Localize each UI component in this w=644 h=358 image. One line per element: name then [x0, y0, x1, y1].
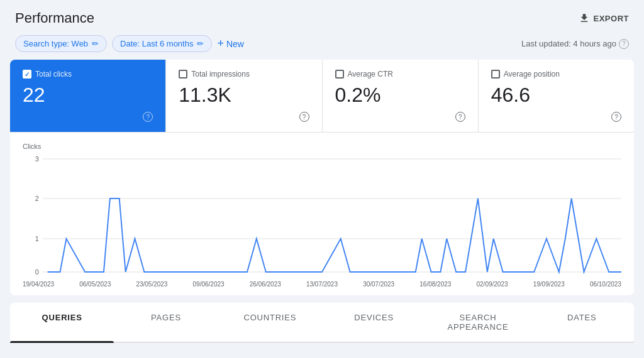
- average-position-metric[interactable]: Average position 46.6 ?: [479, 60, 634, 132]
- page-title: Performance: [15, 10, 94, 26]
- plus-icon: +: [217, 37, 224, 50]
- bottom-tabs-card: QUERIES PAGES COUNTRIES DEVICES SEARCH A…: [10, 303, 634, 343]
- tab-countries[interactable]: COUNTRIES: [218, 303, 322, 342]
- x-label-1: 06/05/2023: [79, 281, 111, 288]
- total-impressions-label: Total impressions: [191, 70, 250, 79]
- x-label-10: 06/10/2023: [590, 281, 621, 288]
- average-position-label: Average position: [504, 70, 560, 79]
- chart-y-label: Clicks: [23, 143, 621, 150]
- svg-text:3: 3: [35, 155, 39, 163]
- svg-text:2: 2: [35, 195, 39, 202]
- edit-icon: ✏: [92, 39, 99, 48]
- average-ctr-metric[interactable]: Average CTR 0.2% ?: [323, 60, 479, 132]
- performance-chart: 3 2 1 0: [23, 153, 621, 278]
- chart-area: Clicks 3 2 1 0 19/04/2023 06/05/202: [10, 133, 634, 295]
- tab-pages[interactable]: PAGES: [114, 303, 218, 342]
- average-ctr-help[interactable]: ?: [455, 112, 465, 122]
- chart-container: 3 2 1 0: [23, 153, 621, 278]
- average-ctr-checkbox[interactable]: [335, 70, 344, 79]
- total-clicks-checkbox[interactable]: [23, 70, 31, 79]
- x-axis-labels: 19/04/2023 06/05/2023 23/05/2023 09/06/2…: [23, 281, 621, 288]
- total-clicks-help[interactable]: ?: [143, 112, 153, 122]
- average-position-help[interactable]: ?: [611, 112, 621, 122]
- total-impressions-value: 11.3K: [179, 84, 309, 107]
- date-filter[interactable]: Date: Last 6 months ✏: [112, 35, 212, 52]
- info-icon: ?: [619, 39, 629, 49]
- filter-bar: Search type: Web ✏ Date: Last 6 months ✏…: [15, 35, 244, 52]
- metrics-row: Total clicks 22 ? Total impressions 11.3…: [10, 60, 634, 133]
- export-button[interactable]: EXPORT: [579, 13, 629, 24]
- x-label-2: 23/05/2023: [136, 281, 167, 288]
- x-label-4: 26/06/2023: [250, 281, 281, 288]
- x-label-9: 19/09/2023: [533, 281, 565, 288]
- download-icon: [579, 13, 590, 24]
- total-clicks-metric[interactable]: Total clicks 22 ?: [10, 60, 166, 132]
- last-updated-label: Last updated: 4 hours ago ?: [521, 39, 629, 49]
- average-position-checkbox[interactable]: [491, 70, 500, 79]
- main-performance-card: Total clicks 22 ? Total impressions 11.3…: [10, 60, 634, 295]
- average-ctr-value: 0.2%: [335, 84, 465, 107]
- x-label-5: 13/07/2023: [306, 281, 338, 288]
- tab-devices[interactable]: DEVICES: [322, 303, 426, 342]
- total-impressions-checkbox[interactable]: [179, 70, 187, 79]
- x-label-6: 30/07/2023: [363, 281, 394, 288]
- total-clicks-label: Total clicks: [35, 70, 72, 79]
- edit-icon-date: ✏: [197, 39, 204, 48]
- total-impressions-metric[interactable]: Total impressions 11.3K ?: [166, 60, 322, 132]
- x-label-7: 16/08/2023: [419, 281, 451, 288]
- tabs-row: QUERIES PAGES COUNTRIES DEVICES SEARCH A…: [10, 303, 634, 343]
- total-clicks-value: 22: [23, 84, 153, 107]
- total-impressions-help[interactable]: ?: [299, 112, 309, 122]
- average-position-value: 46.6: [491, 84, 621, 107]
- new-filter-button[interactable]: + New: [217, 37, 244, 50]
- x-label-0: 19/04/2023: [23, 281, 54, 288]
- x-label-3: 09/06/2023: [193, 281, 225, 288]
- svg-text:0: 0: [35, 268, 39, 276]
- average-ctr-label: Average CTR: [348, 70, 393, 79]
- svg-text:1: 1: [35, 235, 39, 242]
- tab-dates[interactable]: DATES: [530, 303, 634, 342]
- search-type-filter[interactable]: Search type: Web ✏: [15, 35, 107, 52]
- tab-search-appearance[interactable]: SEARCH APPEARANCE: [426, 303, 530, 342]
- tab-queries[interactable]: QUERIES: [10, 303, 114, 342]
- x-label-8: 02/09/2023: [477, 281, 508, 288]
